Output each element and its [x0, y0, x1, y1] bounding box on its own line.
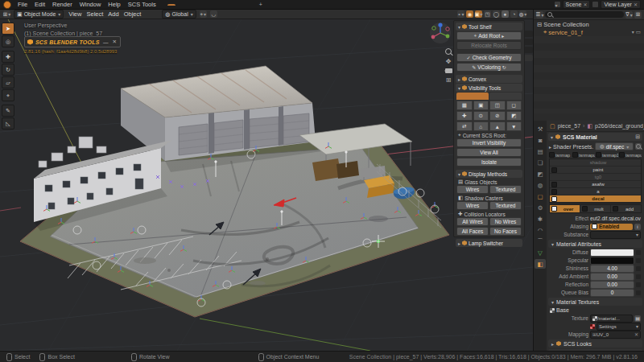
menu-item[interactable]: Render — [49, 1, 76, 8]
attribute-value-field[interactable] — [590, 249, 634, 257]
collapsed-panel-header[interactable]: SCS Looks — [548, 339, 642, 348]
preset-search-button[interactable] — [635, 143, 642, 150]
menu-item[interactable]: Help — [105, 1, 123, 8]
editor-type-icon[interactable]: ⊞ — [3, 10, 10, 18]
scene-properties-tab[interactable]: ◩ — [535, 169, 546, 179]
gizmos-dropdown-icon[interactable]: ▣ — [475, 10, 482, 18]
close-icon[interactable] — [634, 2, 638, 7]
viewport-tool-button[interactable]: ✎ — [2, 105, 14, 117]
visibility-grid-button[interactable]: ⌂ — [473, 121, 489, 131]
display-methods-header[interactable]: Display Methods — [456, 170, 522, 178]
decorator-icon[interactable] — [636, 258, 641, 263]
visibility-grid-button[interactable]: ▲ — [489, 121, 506, 131]
viewport-tool-button[interactable]: ◺ — [2, 117, 14, 130]
physics-properties-tab[interactable]: ◠ — [535, 225, 546, 235]
collision-no-wires-button[interactable]: No Wires — [489, 217, 522, 226]
outliner-row-collection[interactable]: ⊟ Scene Collection — [534, 20, 644, 28]
flavor-row[interactable]: tg0 — [550, 174, 641, 181]
glass-wires-button[interactable]: Wires — [456, 185, 489, 194]
constraints-properties-tab[interactable]: ⌒ — [535, 237, 546, 246]
aliasing-toggle[interactable]: Enabled — [590, 224, 633, 230]
workspace-tab[interactable] — [203, 4, 211, 6]
blend-mode-cell[interactable]: add — [611, 205, 641, 212]
flavor-flag-checkbox[interactable] — [619, 152, 625, 158]
blend-checkbox[interactable] — [613, 206, 618, 212]
workspace-tab[interactable] — [212, 4, 220, 6]
workspace-tab[interactable] — [194, 4, 202, 6]
shading-material-icon[interactable]: ◔ — [510, 10, 518, 18]
visibility-grid-button[interactable]: ⇄ — [456, 121, 473, 131]
particles-properties-tab[interactable]: ✱ — [535, 214, 546, 224]
attribute-value-field[interactable] — [590, 257, 634, 265]
proportional-edit-icon[interactable]: ∘ — [457, 10, 464, 18]
flavor-flag[interactable]: tsnmapuv16 — [619, 152, 642, 158]
pivot-dropdown[interactable]: ⌖ — [200, 10, 207, 18]
blend-mode-cell[interactable]: mult — [580, 205, 611, 212]
viewport-tool-button[interactable]: ↻ — [2, 64, 14, 76]
workspace-tab[interactable] — [176, 4, 184, 6]
flavor-row[interactable]: a — [550, 188, 641, 195]
visibility-scope-tab[interactable] — [489, 93, 522, 100]
blend-checkbox[interactable] — [551, 206, 557, 212]
grid-icon[interactable]: ⊞ — [635, 134, 640, 140]
object-properties-tab[interactable]: ▢ — [535, 191, 546, 201]
pan-hand-icon[interactable]: ✥ — [446, 58, 452, 65]
menu-item[interactable]: File — [14, 1, 31, 8]
visibility-grid-button[interactable]: ◩ — [506, 111, 522, 121]
outliner-row-object[interactable]: ⌖ service_01_f ▭ — [534, 28, 644, 36]
flavor-checkbox[interactable] — [551, 189, 557, 195]
flavor-flag-checkbox[interactable] — [549, 152, 555, 158]
decorator-icon[interactable] — [636, 290, 641, 295]
visibility-grid-button[interactable]: ✚ — [456, 111, 473, 121]
mapping-field[interactable]: ⊞ UV_0 — [590, 331, 641, 339]
convex-header[interactable]: Convex — [456, 75, 522, 83]
shadow-wires-button[interactable]: Wires — [456, 201, 489, 210]
viewport-tool-button[interactable]: ➤ — [2, 23, 14, 35]
outliner-search-input[interactable] — [545, 11, 624, 18]
shading-solid-icon[interactable]: ● — [502, 10, 509, 18]
info-icon[interactable]: i — [634, 224, 641, 230]
snap-magnet-icon[interactable]: ◡ — [210, 10, 217, 18]
material-attributes-header[interactable]: Material Attributes — [548, 240, 642, 248]
flavor-checkbox[interactable] — [551, 196, 557, 202]
visibility-grid-button[interactable]: ▼ — [506, 121, 522, 131]
tool-properties-tab[interactable]: ⚒ — [535, 124, 546, 134]
folder-browse-icon[interactable]: ▤ — [634, 315, 641, 322]
scs-tools-floating-panel[interactable]: SCS BLENDER TOOLS — ✕ 2.81.16 (hash: f1a… — [24, 36, 121, 54]
filter-icon[interactable]: ∇ — [625, 11, 633, 19]
workspace-tab[interactable] — [247, 4, 255, 6]
viewport-tool-button[interactable]: ⌖ — [2, 89, 14, 101]
menu-item[interactable]: SCS Tools — [125, 1, 159, 8]
scene-selector[interactable]: Scene — [563, 0, 591, 9]
snap-toggle-icon[interactable]: ◉ — [466, 10, 473, 18]
attribute-value-field[interactable]: 4.00 — [590, 265, 634, 273]
flavor-checkbox[interactable] — [551, 167, 557, 173]
mode-dropdown[interactable]: ▣ Object Mode — [14, 10, 64, 19]
viewport-menu-item[interactable]: Object — [122, 10, 143, 18]
close-icon[interactable] — [634, 331, 638, 337]
visibility-action-button[interactable]: Invert Visibility — [456, 138, 522, 147]
attribute-value-field[interactable]: 0.00 — [590, 281, 634, 289]
flavor-row[interactable]: paint — [550, 167, 641, 174]
add-workspace-button[interactable]: + — [257, 1, 265, 8]
visibility-grid-button[interactable]: ▦ — [456, 101, 473, 110]
lamp-switcher-header[interactable]: Lamp Switcher — [456, 239, 522, 247]
outliner-display-mode-icon[interactable]: ☰ — [536, 11, 543, 19]
vcoloring-button[interactable]: ✎ VColoring ↻ — [456, 63, 522, 72]
visibility-action-button[interactable]: Isolate — [456, 158, 522, 167]
close-icon[interactable]: ✕ — [112, 39, 118, 45]
workspace-tab[interactable] — [238, 4, 246, 6]
workspace-tab[interactable] — [221, 4, 229, 6]
viewport-tool-button[interactable]: ✚ — [2, 51, 14, 63]
visibility-tools-header[interactable]: Visibility Tools — [456, 84, 522, 92]
blender-icon[interactable] — [3, 1, 11, 9]
substance-dropdown[interactable] — [590, 231, 641, 239]
flavor-flag-checkbox[interactable] — [596, 152, 601, 158]
viewport-menu-item[interactable]: View — [67, 10, 83, 18]
flavor-checkbox[interactable] — [551, 182, 557, 187]
add-root-button[interactable]: ⌖ Add Root ▸ — [456, 31, 522, 40]
flavor-flag-checkbox[interactable] — [572, 152, 578, 158]
view-layer-icon[interactable] — [592, 2, 598, 7]
flavor-flag[interactable]: tsnmap — [549, 152, 572, 158]
close-icon[interactable] — [583, 2, 587, 7]
